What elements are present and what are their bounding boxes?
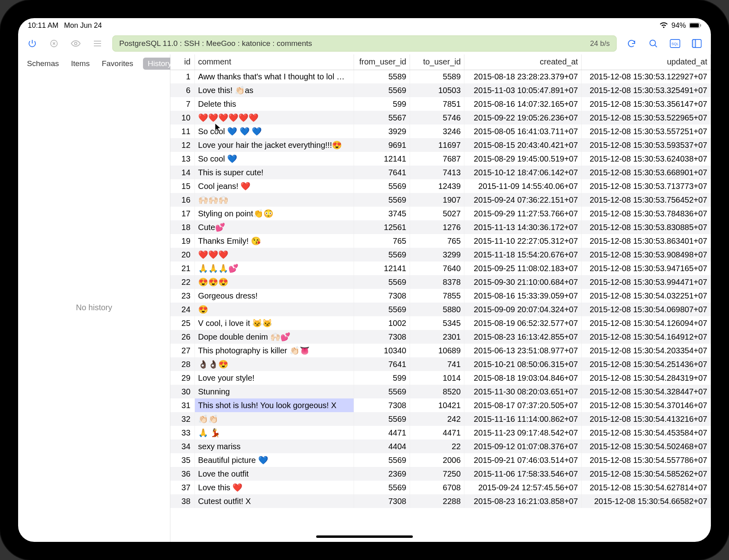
cell-to-user[interactable]: 5027 bbox=[410, 207, 464, 220]
cell-from-user[interactable]: 5589 bbox=[354, 70, 410, 83]
cell-id[interactable]: 20 bbox=[170, 248, 195, 261]
table-row[interactable]: 27This photography is killer 👏🏻👅10340106… bbox=[170, 344, 711, 357]
cell-updated-at[interactable]: 2015-12-08 15:30:53.947165+07 bbox=[581, 261, 710, 275]
cell-from-user[interactable]: 2369 bbox=[354, 467, 410, 481]
panels-icon[interactable] bbox=[690, 37, 704, 50]
cell-from-user[interactable]: 765 bbox=[354, 234, 410, 248]
cell-from-user[interactable]: 5569 bbox=[354, 83, 410, 97]
cell-created-at[interactable]: 2015-08-05 16:41:03.711+07 bbox=[464, 124, 581, 138]
cell-comment[interactable]: Cutest outfit! X bbox=[195, 494, 354, 508]
table-row[interactable]: 37Love this ❤️556967082015-09-24 12:57:4… bbox=[170, 481, 711, 494]
cell-to-user[interactable]: 10421 bbox=[410, 398, 464, 412]
cell-to-user[interactable]: 7413 bbox=[410, 166, 464, 179]
cell-comment[interactable]: Aww thanks that's what I thought to lol … bbox=[195, 70, 354, 83]
cell-to-user[interactable]: 1014 bbox=[410, 371, 464, 385]
cell-from-user[interactable]: 7308 bbox=[354, 494, 410, 508]
cell-created-at[interactable]: 2015-08-18 23:28:23.379+07 bbox=[464, 70, 581, 83]
cell-created-at[interactable]: 2015-09-24 12:57:45.56+07 bbox=[464, 481, 581, 494]
cell-comment[interactable]: Thanks Emily! 😘 bbox=[195, 234, 354, 248]
cell-comment[interactable]: Stunning bbox=[195, 385, 354, 398]
col-from-user[interactable]: from_user_id bbox=[354, 54, 410, 70]
cell-from-user[interactable]: 12141 bbox=[354, 261, 410, 275]
cell-to-user[interactable]: 2301 bbox=[410, 330, 464, 344]
cell-to-user[interactable]: 1907 bbox=[410, 193, 464, 207]
cell-created-at[interactable]: 2015-11-03 10:05:47.891+07 bbox=[464, 83, 581, 97]
cell-to-user[interactable]: 1276 bbox=[410, 220, 464, 234]
cell-id[interactable]: 27 bbox=[170, 344, 195, 357]
cell-id[interactable]: 37 bbox=[170, 481, 195, 494]
table-row[interactable]: 30Stunning556985202015-11-30 08:20:03.65… bbox=[170, 385, 711, 398]
cell-created-at[interactable]: 2015-09-29 11:27:53.766+07 bbox=[464, 207, 581, 220]
table-wrap[interactable]: 🔑 id comment from_user_id to_user_id cre… bbox=[170, 54, 711, 542]
table-row[interactable]: 15Cool jeans! ❤️5569124392015-11-09 14:5… bbox=[170, 179, 711, 193]
cell-created-at[interactable]: 2015-11-23 09:17:48.542+07 bbox=[464, 426, 581, 440]
cell-updated-at[interactable]: 2015-12-08 15:30:53.325491+07 bbox=[581, 83, 710, 97]
cell-from-user[interactable]: 3929 bbox=[354, 124, 410, 138]
cell-comment[interactable]: Love the outfit bbox=[195, 467, 354, 481]
cell-created-at[interactable]: 2015-09-09 20:07:04.324+07 bbox=[464, 303, 581, 316]
cell-updated-at[interactable]: 2015-12-08 15:30:53.756452+07 bbox=[581, 193, 710, 207]
cell-created-at[interactable]: 2015-11-30 08:20:03.651+07 bbox=[464, 385, 581, 398]
cell-id[interactable]: 12 bbox=[170, 138, 195, 152]
cell-comment[interactable]: Love this ❤️ bbox=[195, 481, 354, 494]
col-id[interactable]: id bbox=[170, 54, 195, 70]
table-row[interactable]: 26Dope double denim 🙌🏻💕730823012015-08-2… bbox=[170, 330, 711, 344]
tab-items[interactable]: Items bbox=[68, 58, 92, 70]
cell-from-user[interactable]: 7641 bbox=[354, 357, 410, 371]
cell-updated-at[interactable]: 2015-12-08 15:30:54.164912+07 bbox=[581, 330, 710, 344]
cell-updated-at[interactable]: 2015-12-08 15:30:54.032251+07 bbox=[581, 289, 710, 303]
cell-to-user[interactable]: 3299 bbox=[410, 248, 464, 261]
cell-to-user[interactable]: 5880 bbox=[410, 303, 464, 316]
cell-from-user[interactable]: 1002 bbox=[354, 316, 410, 330]
cell-from-user[interactable]: 4404 bbox=[354, 440, 410, 453]
cell-comment[interactable]: Cute💕 bbox=[195, 220, 354, 234]
table-row[interactable]: 28👌🏿👌🏿😍76417412015-10-21 08:50:06.315+07… bbox=[170, 357, 711, 371]
cell-from-user[interactable]: 7308 bbox=[354, 330, 410, 344]
reload-icon[interactable] bbox=[625, 37, 638, 50]
cell-to-user[interactable]: 7855 bbox=[410, 289, 464, 303]
sql-icon[interactable]: SQL bbox=[668, 37, 682, 50]
cell-created-at[interactable]: 2015-08-18 19:03:04.846+07 bbox=[464, 371, 581, 385]
cell-comment[interactable]: ❤️❤️❤️❤️❤️❤️ bbox=[195, 111, 354, 124]
cell-from-user[interactable]: 5569 bbox=[354, 453, 410, 467]
list-icon[interactable] bbox=[91, 37, 104, 50]
table-row[interactable]: 13So cool 💙1214176872015-08-29 19:45:00.… bbox=[170, 152, 711, 166]
cell-to-user[interactable]: 2288 bbox=[410, 494, 464, 508]
power-icon[interactable] bbox=[25, 37, 39, 50]
table-row[interactable]: 7Delete this59978512015-08-16 14:07:32.1… bbox=[170, 97, 711, 111]
cell-from-user[interactable]: 7308 bbox=[354, 289, 410, 303]
table-row[interactable]: 22😍😍😍556983782015-09-30 21:10:00.684+072… bbox=[170, 275, 711, 289]
cell-to-user[interactable]: 242 bbox=[410, 412, 464, 426]
cell-updated-at[interactable]: 2015-12-08 15:30:53.122927+07 bbox=[581, 70, 710, 83]
cell-id[interactable]: 32 bbox=[170, 412, 195, 426]
table-row[interactable]: 34sexy mariss4404222015-09-12 01:07:08.3… bbox=[170, 440, 711, 453]
cell-updated-at[interactable]: 2015-12-08 15:30:53.557251+07 bbox=[581, 124, 710, 138]
cell-created-at[interactable]: 2015-08-29 19:45:00.519+07 bbox=[464, 152, 581, 166]
table-row[interactable]: 23Gorgeous dress!730878552015-08-16 15:3… bbox=[170, 289, 711, 303]
cell-comment[interactable]: 🙏 💃 bbox=[195, 426, 354, 440]
cell-to-user[interactable]: 2006 bbox=[410, 453, 464, 467]
cell-id[interactable]: 21 bbox=[170, 261, 195, 275]
cell-id[interactable]: 10 bbox=[170, 111, 195, 124]
cell-comment[interactable]: Love your hair the jacket everything!!!😍 bbox=[195, 138, 354, 152]
cell-from-user[interactable]: 5569 bbox=[354, 275, 410, 289]
cell-updated-at[interactable]: 2015-12-08 15:30:54.66582+07 bbox=[581, 494, 710, 508]
table-row[interactable]: 10❤️❤️❤️❤️❤️❤️556757462015-09-22 19:05:2… bbox=[170, 111, 711, 124]
search-icon[interactable] bbox=[646, 37, 660, 50]
cell-id[interactable]: 24 bbox=[170, 303, 195, 316]
cell-created-at[interactable]: 2015-09-12 01:07:08.376+07 bbox=[464, 440, 581, 453]
cell-updated-at[interactable]: 2015-12-08 15:30:53.863401+07 bbox=[581, 234, 710, 248]
table-row[interactable]: 20❤️❤️❤️556932992015-11-18 15:54:20.676+… bbox=[170, 248, 711, 261]
cell-comment[interactable]: V cool, i love it 😼😼 bbox=[195, 316, 354, 330]
cell-id[interactable]: 14 bbox=[170, 166, 195, 179]
cell-updated-at[interactable]: 2015-12-08 15:30:53.784836+07 bbox=[581, 207, 710, 220]
cell-updated-at[interactable]: 2015-12-08 15:30:53.908498+07 bbox=[581, 248, 710, 261]
cell-created-at[interactable]: 2015-09-30 21:10:00.684+07 bbox=[464, 275, 581, 289]
cell-updated-at[interactable]: 2015-12-08 15:30:54.251436+07 bbox=[581, 357, 710, 371]
cell-to-user[interactable]: 741 bbox=[410, 357, 464, 371]
home-indicator[interactable] bbox=[316, 535, 413, 538]
cell-from-user[interactable]: 5569 bbox=[354, 481, 410, 494]
cell-from-user[interactable]: 5569 bbox=[354, 248, 410, 261]
cell-comment[interactable]: 😍 bbox=[195, 303, 354, 316]
cell-created-at[interactable]: 2015-11-09 14:55:40.06+07 bbox=[464, 179, 581, 193]
